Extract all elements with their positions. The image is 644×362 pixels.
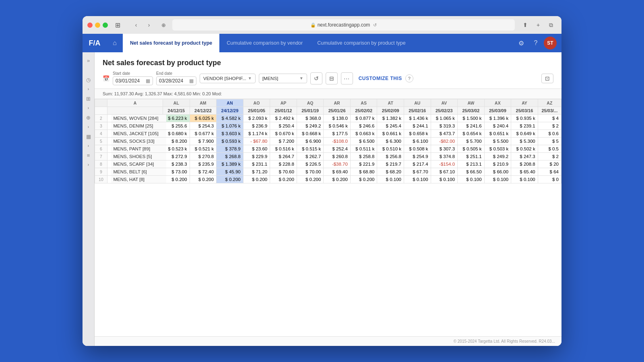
data-cell[interactable]: $ 208.8 — [511, 160, 538, 168]
data-cell[interactable]: $ 73.00 — [163, 168, 190, 176]
data-cell[interactable]: $ 1.436 k — [404, 115, 431, 122]
data-cell[interactable]: $ 226.5 — [297, 160, 324, 168]
back-button[interactable]: ‹ — [130, 19, 142, 31]
refresh-button[interactable]: ↺ — [310, 72, 322, 84]
forward-button[interactable]: › — [143, 19, 155, 31]
data-cell[interactable]: $ 1.076 k — [217, 122, 244, 130]
data-cell[interactable]: $ 238.3 — [163, 160, 190, 168]
data-cell[interactable]: $ 0.200 — [324, 176, 351, 183]
data-cell[interactable]: $ 1.396 k — [484, 115, 511, 122]
inline-help-button[interactable]: ? — [405, 74, 413, 82]
data-cell[interactable]: $ 0.502 k — [511, 145, 538, 153]
data-cell[interactable]: $ 0.200 — [163, 176, 190, 183]
table-row[interactable]: 2MENS, WOVEN [284]$ 6.223 k$ 6.025 k$ 4.… — [95, 115, 561, 122]
data-cell[interactable]: $ 260.8 — [324, 153, 351, 160]
sidebar-expand-5[interactable]: › — [88, 162, 89, 167]
data-cell[interactable]: $ 20 — [538, 160, 561, 168]
table-row[interactable]: 8MENS, SCARF [34]$ 238.3$ 235.9$ 1.389 k… — [95, 160, 561, 168]
data-cell[interactable]: $ 1.382 k — [377, 115, 404, 122]
data-cell[interactable]: $ 270.8 — [190, 153, 217, 160]
data-cell[interactable]: $ 264.7 — [270, 153, 297, 160]
tab-cumulative-product[interactable]: Cumulative comparison by product type — [310, 34, 413, 52]
data-cell[interactable]: $ 23.60 — [243, 145, 270, 153]
data-cell[interactable]: $ 262.7 — [297, 153, 324, 160]
app-logo[interactable]: F/A — [83, 34, 107, 52]
data-cell[interactable]: $ 0.503 k — [484, 145, 511, 153]
data-cell[interactable]: $ 0.521 k — [190, 145, 217, 153]
data-cell[interactable]: $ 0.100 — [431, 176, 458, 183]
data-cell[interactable]: $ 1.500 k — [458, 115, 485, 122]
data-cell[interactable]: $ 2.492 k — [270, 115, 297, 122]
data-cell[interactable]: $ 473.7 — [431, 130, 458, 138]
data-cell[interactable]: $ 0.100 — [404, 176, 431, 183]
data-grid[interactable]: A AL AM AN AO AP AQ AR AS AT AU — [95, 99, 561, 336]
settings-button[interactable]: ⚙ — [515, 37, 528, 49]
data-cell[interactable]: $ 244.1 — [404, 122, 431, 130]
sidebar-collapse-button[interactable]: » — [84, 56, 93, 65]
data-cell[interactable]: $ 0.200 — [243, 176, 270, 183]
reload-icon[interactable]: ↺ — [373, 23, 377, 28]
date-picker-icon[interactable]: ▦ — [146, 78, 150, 84]
data-cell[interactable]: $ 368.0 — [297, 115, 324, 122]
sidebar-icon-1[interactable]: ◷ — [84, 75, 93, 84]
data-cell[interactable]: $ 235.9 — [190, 160, 217, 168]
data-cell[interactable]: $ 69.40 — [324, 168, 351, 176]
data-cell[interactable]: $ 0.200 — [297, 176, 324, 183]
data-cell[interactable]: $ 66.50 — [458, 168, 485, 176]
table-row[interactable]: 6MENS, PANT [89]$ 0.523 k$ 0.521 k$ 378.… — [95, 145, 561, 153]
data-cell[interactable]: $ 0.670 k — [270, 130, 297, 138]
data-cell[interactable]: $ 213.1 — [458, 160, 485, 168]
data-cell[interactable]: $ 0.680 k — [163, 130, 190, 138]
data-cell[interactable]: $ 258.8 — [350, 153, 377, 160]
data-cell[interactable]: $ 1.389 k — [217, 160, 244, 168]
data-cell[interactable]: $ 70.60 — [270, 168, 297, 176]
data-cell[interactable]: $ 255.6 — [163, 122, 190, 130]
data-cell[interactable]: $ 0.6 — [538, 130, 561, 138]
data-cell[interactable]: $ 0.5 — [538, 145, 561, 153]
data-cell[interactable]: - $67.80 — [243, 138, 270, 145]
data-cell[interactable]: $ 7.900 — [190, 138, 217, 145]
data-cell[interactable]: $ 217.4 — [404, 160, 431, 168]
data-cell[interactable]: $ 0.668 k — [297, 130, 324, 138]
data-cell[interactable]: -$108.0 — [324, 138, 351, 145]
sidebar-icon-4[interactable]: ▦ — [84, 132, 93, 141]
table-row[interactable]: 3MENS, DENIM [25]$ 255.6$ 254.3$ 1.076 k… — [95, 122, 561, 130]
data-cell[interactable]: $ 0 — [538, 176, 561, 183]
data-cell[interactable]: $ 2.093 k — [243, 115, 270, 122]
data-cell[interactable]: $ 45.90 — [217, 168, 244, 176]
data-cell[interactable]: $ 0.510 k — [377, 145, 404, 153]
sidebar-toggle-button[interactable]: ⊞ — [111, 19, 124, 31]
tabs-button[interactable]: ⧉ — [545, 19, 557, 31]
data-cell[interactable]: -$154.0 — [431, 160, 458, 168]
data-cell[interactable]: $ 254.9 — [404, 153, 431, 160]
data-cell[interactable]: $ 0.505 k — [458, 145, 485, 153]
maximize-button[interactable] — [103, 23, 108, 28]
more-options-button[interactable]: ··· — [341, 72, 353, 84]
data-cell[interactable]: $ 6.025 k — [190, 115, 217, 122]
new-tab-button[interactable]: + — [533, 19, 544, 31]
data-cell[interactable]: $ 0.877 k — [350, 115, 377, 122]
data-cell[interactable]: $ 0.100 — [458, 176, 485, 183]
data-cell[interactable]: $ 219.7 — [377, 160, 404, 168]
table-row[interactable]: 10MENS, HAT [8]$ 0.200$ 0.200$ 0.200$ 0.… — [95, 176, 561, 183]
address-bar[interactable]: 🔒 next.forecastingapp.com ↺ — [172, 19, 515, 31]
table-row[interactable]: 5MENS, SOCKS [33]$ 8.200$ 7.900$ 0.593 k… — [95, 138, 561, 145]
data-cell[interactable]: $ 268.8 — [217, 153, 244, 160]
data-cell[interactable]: $ 0.546 k — [324, 122, 351, 130]
data-cell[interactable]: $ 0.200 — [350, 176, 377, 183]
data-cell[interactable]: $ 66.00 — [484, 168, 511, 176]
customize-button[interactable]: CUSTOMIZE THIS — [359, 76, 402, 81]
sidebar-expand-2[interactable]: › — [88, 106, 89, 110]
data-cell[interactable]: $ 4.582 k — [217, 115, 244, 122]
table-row[interactable]: 9MENS, BELT [6]$ 73.00$ 72.40$ 45.90$ 71… — [95, 168, 561, 176]
data-cell[interactable]: $ 247.3 — [511, 153, 538, 160]
data-cell[interactable]: $ 0.200 — [270, 176, 297, 183]
tab-cumulative-vendor[interactable]: Cumulative comparison by vendor — [219, 34, 310, 52]
data-cell[interactable]: $ 2 — [538, 122, 561, 130]
data-cell[interactable]: $ 6.300 — [377, 138, 404, 145]
table-row[interactable]: 7MENS, SHOES [5]$ 272.9$ 270.8$ 268.8$ 2… — [95, 153, 561, 160]
export-button[interactable]: ⊟ — [326, 72, 338, 84]
data-cell[interactable]: $ 272.9 — [163, 153, 190, 160]
data-cell[interactable]: $ 256.8 — [377, 153, 404, 160]
data-cell[interactable]: -$82.00 — [431, 138, 458, 145]
